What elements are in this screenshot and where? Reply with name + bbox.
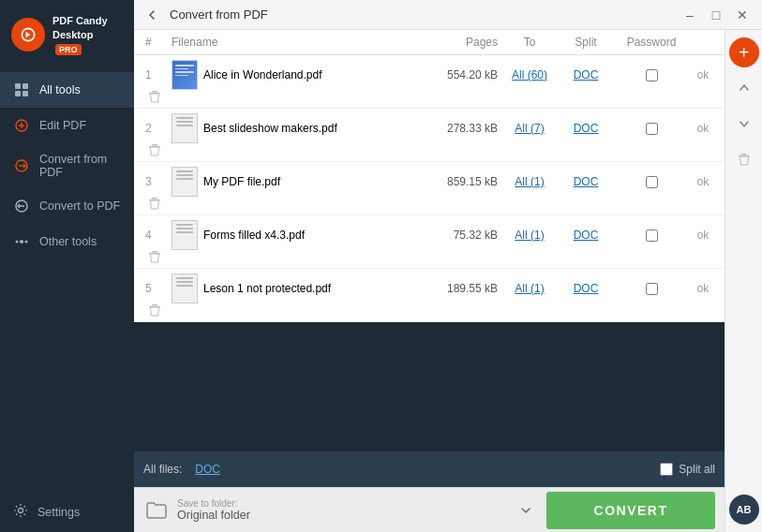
row-1-password[interactable]: ok [689,68,717,81]
all-files-doc-link[interactable]: DOC [195,463,220,476]
split-all-checkbox[interactable] [660,463,673,476]
main-content: Convert from PDF – □ ✕ # Filename Pages … [134,0,762,532]
sidebar-item-edit-pdf[interactable]: Edit PDF [0,108,134,143]
row-5-split[interactable] [614,283,689,295]
row-1-pages[interactable]: All (60) [501,68,558,81]
file-area: # Filename Pages To Split Password 1 [134,30,725,532]
svg-rect-21 [152,304,157,306]
col-filename: Filename [168,36,417,49]
row-4-split[interactable] [614,229,689,242]
table-row: 4 Forms filled x4.3.pdf 75.32 kB All (1)… [134,215,725,269]
delete-all-button[interactable] [729,144,759,174]
row-4-name-cell: Forms filled x4.3.pdf [168,220,417,250]
svg-point-9 [16,241,19,244]
split-all-label: Split all [679,463,715,476]
row-5-thumb [172,273,198,303]
row-4-num: 4 [142,229,168,242]
bottom-bar: All files: DOC Split all [134,451,725,487]
save-folder-text: Save to folder: Original folder [177,498,505,522]
sidebar-item-other-tools[interactable]: Other tools [0,224,134,259]
row-3-thumb [172,167,198,197]
row-3-password[interactable]: ok [689,175,717,188]
row-1-size: 554.20 kB [417,68,501,81]
split-all-check[interactable]: Split all [660,463,715,476]
sidebar: PDF Candy Desktop PRO All tools [0,0,134,532]
row-2-to[interactable]: DOC [558,122,614,135]
table-row: 5 Leson 1 not protected.pdf 189.55 kB Al… [134,269,725,322]
titlebar: Convert from PDF – □ ✕ [134,0,762,30]
sidebar-item-all-tools[interactable]: All tools [0,72,134,108]
back-button[interactable] [142,5,162,25]
svg-rect-20 [149,306,160,308]
minimize-button[interactable]: – [678,3,702,27]
svg-rect-22 [739,155,750,157]
row-2-password[interactable]: ok [689,122,717,135]
row-1-num: 1 [142,68,168,81]
table-row: 1 Alice in Wonderland.pdf 554.20 kB All … [134,55,725,109]
close-button[interactable]: ✕ [730,3,755,27]
svg-rect-4 [22,91,28,96]
folder-dropdown-button[interactable] [513,497,539,524]
convert-button[interactable]: CONVERT [546,492,715,529]
move-down-button[interactable] [729,109,759,139]
folder-name: Original folder [177,509,505,522]
row-3-delete[interactable] [142,197,168,210]
row-3-filename: My PDF file.pdf [203,175,280,188]
row-5-password[interactable]: ok [689,282,717,295]
row-1-delete[interactable] [142,90,168,103]
row-4-pages[interactable]: All (1) [501,229,558,242]
svg-point-11 [19,509,23,513]
row-3-pages[interactable]: All (1) [501,175,558,188]
app-name-wrap: PDF Candy Desktop PRO [52,13,123,55]
sidebar-item-convert-to-pdf[interactable]: Convert to PDF [0,188,134,224]
window-controls: – □ ✕ [678,3,755,27]
app-name: PDF Candy Desktop [52,15,108,40]
row-5-pages[interactable]: All (1) [501,282,558,295]
file-list: 1 Alice in Wonderland.pdf 554.20 kB All … [134,55,725,451]
row-3-size: 859.15 kB [417,175,501,188]
row-2-split[interactable] [614,123,689,135]
row-4-password[interactable]: ok [689,229,717,242]
row-3-num: 3 [142,175,168,188]
col-num: # [142,36,168,49]
row-4-delete[interactable] [142,250,168,263]
sidebar-nav: All tools Edit PDF Convert from PDF [0,68,134,492]
row-3-to[interactable]: DOC [558,175,614,188]
row-2-pages[interactable]: All (7) [501,122,558,135]
row-2-size: 278.33 kB [417,122,501,135]
avatar-button[interactable]: AB [729,495,759,525]
maximize-button[interactable]: □ [704,3,728,27]
svg-rect-15 [152,144,157,146]
sidebar-item-convert-to-pdf-label: Convert to PDF [39,200,120,213]
row-4-thumb [172,220,198,250]
all-tools-icon [13,81,30,98]
svg-rect-14 [149,146,160,148]
file-and-toolbar: # Filename Pages To Split Password 1 [134,30,762,532]
row-3-split[interactable] [614,176,689,188]
sidebar-item-convert-from-pdf[interactable]: Convert from PDF [0,143,134,188]
table-header: # Filename Pages To Split Password [134,30,725,55]
add-file-button[interactable]: + [729,37,759,67]
col-password: Password [614,36,689,49]
svg-point-8 [20,240,23,244]
sidebar-item-convert-from-pdf-label: Convert from PDF [39,153,121,179]
titlebar-left: Convert from PDF [142,5,268,25]
sidebar-logo: PDF Candy Desktop PRO [0,0,134,68]
table-row: 2 Best slideshow makers.pdf 278.33 kB Al… [134,109,725,162]
row-5-name-cell: Leson 1 not protected.pdf [168,273,417,303]
row-2-num: 2 [142,122,168,135]
right-toolbar: + AB [725,30,762,532]
row-1-to[interactable]: DOC [558,68,614,81]
folder-icon [143,497,170,524]
row-2-delete[interactable] [142,143,168,156]
settings-item[interactable]: Settings [0,492,134,532]
row-1-split[interactable] [614,69,689,81]
row-4-to[interactable]: DOC [558,229,614,242]
move-up-button[interactable] [729,73,759,103]
row-5-delete[interactable] [142,303,168,317]
svg-rect-16 [149,200,160,201]
svg-rect-13 [152,91,157,93]
row-5-to[interactable]: DOC [558,282,614,295]
all-files-label: All files: [143,463,182,476]
col-pages: Pages [417,36,501,49]
